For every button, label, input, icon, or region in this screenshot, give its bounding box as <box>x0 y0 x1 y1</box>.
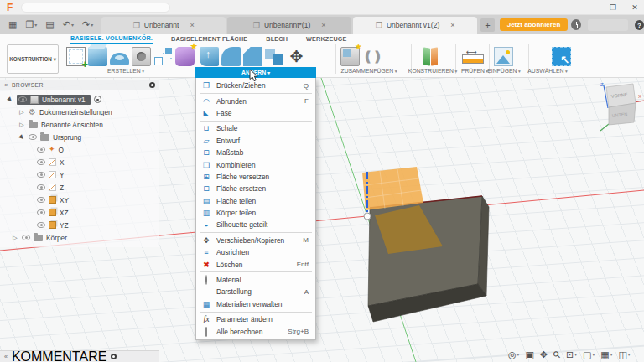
tab-blech[interactable]: BLECH <box>266 35 288 44</box>
combine-icon[interactable] <box>265 47 284 66</box>
maximize-button[interactable]: ❐ <box>607 3 619 12</box>
fit-button[interactable]: ⊡▾ <box>566 350 577 359</box>
menu-item-alle-berechnen[interactable]: Alle berechnenStrg+B <box>196 325 315 337</box>
menu-item-parameter-aendern[interactable]: fxParameter ändern <box>196 313 315 325</box>
tab-close-icon[interactable]: × <box>321 21 325 29</box>
close-button[interactable]: ✕ <box>629 3 641 12</box>
tree-row-plane-xz[interactable]: XZ <box>0 206 159 219</box>
collapse-panel-icon[interactable]: « <box>4 82 8 88</box>
menu-item-material[interactable]: Material <box>196 274 315 286</box>
menu-item-entwurf[interactable]: ▱Entwurf <box>196 135 315 147</box>
zoom-button[interactable]: ⚲ <box>553 350 560 359</box>
menu-item-abrunden[interactable]: ◠AbrundenF <box>196 95 315 106</box>
viewport-3d[interactable]: Z X VORNE UNTEN « BROWSER ▶ <box>0 78 644 362</box>
press-pull-icon[interactable] <box>200 47 219 66</box>
visibility-eye-icon[interactable] <box>29 134 37 140</box>
einfuegen-group-label[interactable]: EINFÜGEN <box>485 68 523 74</box>
menu-item-massstab[interactable]: ⊡Maßstab <box>196 147 315 158</box>
create-sketch-icon[interactable] <box>66 47 86 66</box>
visibility-eye-icon[interactable] <box>37 197 45 203</box>
file-menu-button[interactable]: ❐▾ <box>22 19 40 30</box>
panel-options-icon[interactable] <box>111 354 117 359</box>
menu-item-darstellung[interactable]: DarstellungA <box>196 286 315 297</box>
tree-row-ursprung[interactable]: ▶ Ursprung <box>0 131 159 143</box>
document-tab-2[interactable]: ❒ Unbenannt*(1) × <box>227 17 351 34</box>
konstruieren-group-label[interactable]: KONSTRUIEREN <box>403 68 462 74</box>
tab-close-icon[interactable]: × <box>190 21 194 29</box>
save-button[interactable]: ▤ <box>42 19 57 30</box>
help-icon[interactable]: ? <box>635 20 644 30</box>
data-panel-grid-icon[interactable]: ▦ <box>5 19 20 30</box>
expander-open-icon[interactable]: ▶ <box>5 95 14 104</box>
tree-row-koerper[interactable]: ▷ Körper <box>0 231 159 244</box>
expander-open-icon[interactable]: ▶ <box>17 132 26 142</box>
menu-item-loeschen[interactable]: ✖LöschenEntf <box>196 258 315 270</box>
pan-button[interactable]: ✥ <box>540 350 548 359</box>
tree-row-origin-point[interactable]: ✦ O <box>0 143 159 156</box>
activate-component-radio[interactable] <box>94 96 101 103</box>
insert-image-icon[interactable] <box>494 47 513 66</box>
display-settings-button[interactable]: ▢▾ <box>583 350 595 359</box>
panel-options-icon[interactable] <box>149 82 155 88</box>
tab-close-icon[interactable]: × <box>450 21 454 29</box>
tree-row-plane-yz[interactable]: YZ <box>0 219 159 231</box>
zusammenfuegen-group-label[interactable]: ZUSAMMENFÜGEN <box>339 68 399 74</box>
visibility-eye-icon[interactable] <box>18 96 27 102</box>
origin-point[interactable] <box>364 213 371 220</box>
create-form-icon[interactable] <box>175 47 195 66</box>
document-tab-1[interactable]: ❒ Unbenannt × <box>101 17 226 34</box>
tree-row-axis-z[interactable]: Z <box>0 181 159 194</box>
menu-item-flaeche-teilen[interactable]: ▤Fläche teilen <box>196 195 315 207</box>
redo-button[interactable]: ↷▾ <box>79 19 96 30</box>
menu-item-materialien-verwalten[interactable]: ▦Materialien verwalten <box>196 298 315 310</box>
tab-basiselement-flaeche[interactable]: BASISELEMENT FLÄCHE <box>171 35 247 44</box>
new-component-icon[interactable] <box>340 47 360 66</box>
menu-item-flaeche-versetzen[interactable]: ⊞Fläche versetzen <box>196 171 315 183</box>
erstellen-group-label[interactable]: ERSTELLEN <box>94 68 158 74</box>
menu-item-kombinieren[interactable]: ❑Kombinieren <box>196 158 315 170</box>
subscribe-button[interactable]: Jetzt abonnieren <box>500 18 569 31</box>
menu-item-verschieben-kopieren[interactable]: ✥Verschieben/KopierenM <box>196 235 315 246</box>
minimize-button[interactable]: — <box>585 3 597 12</box>
look-at-button[interactable]: ▣ <box>525 350 533 359</box>
construction-plane-icon[interactable] <box>421 47 440 66</box>
menu-item-silhouette-geteilt[interactable]: ◒Silhouette geteilt <box>196 219 315 230</box>
auswaehlen-group-label[interactable]: AUSWÄHLEN <box>524 68 571 74</box>
tree-row-axis-x[interactable]: X <box>0 156 159 168</box>
expander-collapsed-icon[interactable]: ▷ <box>18 122 25 128</box>
new-tab-button[interactable]: + <box>480 18 495 32</box>
chamfer-icon[interactable] <box>243 47 262 66</box>
grid-settings-button[interactable]: ▦▾ <box>600 350 612 359</box>
view-cube[interactable]: Z X VORNE UNTEN <box>585 80 644 133</box>
comments-panel-header[interactable]: « KOMMENTARE <box>0 350 159 362</box>
expander-collapsed-icon[interactable]: ▷ <box>12 235 18 241</box>
profile-area[interactable] <box>588 19 628 31</box>
visibility-eye-icon[interactable] <box>37 184 45 190</box>
joint-icon[interactable]: ❪❫ <box>362 47 382 66</box>
collapse-panel-icon[interactable]: « <box>4 354 8 359</box>
pattern-icon[interactable] <box>153 47 173 66</box>
menu-item-koerper-teilen[interactable]: ▥Körper teilen <box>196 207 315 219</box>
fillet-icon[interactable] <box>221 47 241 66</box>
tab-basisele-volumenkoer[interactable]: BASISELE. VOLUMENKÖR. <box>70 34 153 44</box>
orbit-button[interactable]: ◎▾ <box>508 350 519 359</box>
visibility-eye-icon[interactable] <box>22 235 30 240</box>
browser-panel-header[interactable]: « BROWSER <box>0 80 159 90</box>
tree-row-axis-y[interactable]: Y <box>0 168 159 181</box>
tree-row-plane-xy[interactable]: XY <box>0 194 159 206</box>
job-status-clock-icon[interactable] <box>571 19 581 30</box>
visibility-eye-icon[interactable] <box>37 172 45 178</box>
visibility-eye-icon[interactable] <box>37 209 45 215</box>
select-icon[interactable] <box>552 47 571 66</box>
move-copy-icon[interactable]: ✥ <box>287 47 306 66</box>
visibility-eye-icon[interactable] <box>37 159 45 165</box>
menu-item-flaeche-ersetzen[interactable]: ⊟Fläche ersetzen <box>196 183 315 194</box>
measure-icon[interactable] <box>462 54 484 64</box>
tree-row-dokumenteinstellungen[interactable]: ▷ ⚙ Dokumenteinstellungen <box>0 106 159 118</box>
document-tab-3-active[interactable]: ❒ Unbenannt v1(2) × <box>353 17 477 34</box>
undo-button[interactable]: ↶▾ <box>60 19 77 30</box>
revolve-icon[interactable] <box>110 53 129 65</box>
viewports-button[interactable]: ◫▾ <box>618 350 630 359</box>
extrude-icon[interactable] <box>88 47 107 66</box>
konstruktion-workspace-button[interactable]: KONSTRUKTION ▾ <box>7 44 59 74</box>
